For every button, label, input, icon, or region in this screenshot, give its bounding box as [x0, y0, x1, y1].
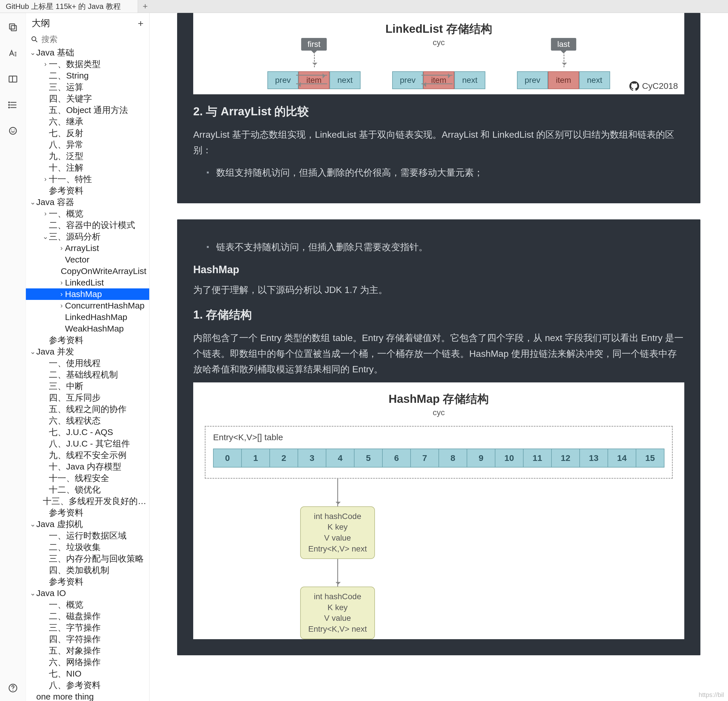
outline-item[interactable]: 六、网络操作: [26, 656, 149, 668]
outline-item[interactable]: 一、运行时数据区域: [26, 530, 149, 541]
outline-item[interactable]: 四、字符操作: [26, 633, 149, 645]
sidebar-search[interactable]: [26, 34, 149, 47]
outline-item[interactable]: ›ArrayList: [26, 242, 149, 254]
paragraph: 内部包含了一个 Entry 类型的数组 table。Entry 存储着键值对。它…: [193, 330, 684, 377]
outline-item[interactable]: 二、String: [26, 70, 149, 81]
ocr-icon[interactable]: [7, 125, 19, 137]
outline-item[interactable]: 七、反射: [26, 127, 149, 139]
ll-link: [422, 71, 452, 89]
outline-item-label: one more thing: [36, 692, 94, 701]
left-rail: [0, 13, 26, 701]
chevron-right-icon: ›: [58, 244, 65, 252]
panel-icon[interactable]: [7, 73, 19, 85]
outline-item[interactable]: ⌄三、源码分析: [26, 231, 149, 242]
outline-item-label: Java 基础: [36, 47, 74, 58]
outline-item[interactable]: 五、Object 通用方法: [26, 104, 149, 116]
outline-item-label: 一、使用线程: [49, 357, 101, 369]
outline-item[interactable]: 十三、多线程开发良好的…: [26, 496, 149, 507]
outline-item[interactable]: one more thing: [26, 691, 149, 701]
outline-item-label: 二、磁盘操作: [49, 610, 101, 622]
outline-item[interactable]: CopyOnWriteArrayList: [26, 265, 149, 277]
outline-item[interactable]: 八、参考资料: [26, 679, 149, 691]
diagram-credit-text: CyC2018: [642, 81, 678, 91]
outline-item[interactable]: 二、容器中的设计模式: [26, 220, 149, 231]
outline-item[interactable]: 十、注解: [26, 162, 149, 173]
search-input[interactable]: [41, 35, 144, 44]
outline-item[interactable]: 九、线程不安全示例: [26, 450, 149, 461]
outline-item[interactable]: Vector: [26, 254, 149, 265]
text-style-icon[interactable]: [7, 48, 19, 59]
sidebar-add-button[interactable]: +: [138, 18, 143, 29]
outline-item[interactable]: ›ConcurrentHashMap: [26, 300, 149, 311]
outline-item[interactable]: 三、字节操作: [26, 622, 149, 633]
outline-item-label: 五、线程之间的协作: [49, 403, 127, 415]
outline-item[interactable]: 三、中断: [26, 380, 149, 392]
hashmap-diagram: HashMap 存储结构 cyc Entry<K,V>[] table 0123…: [193, 382, 684, 639]
outline-item-label: 五、Object 通用方法: [49, 104, 128, 116]
bucket-cell: 9: [467, 448, 495, 468]
linkedlist-diagram: LinkedList 存储结构 cyc first prev item next…: [193, 13, 684, 94]
help-icon[interactable]: [7, 682, 19, 694]
outline-item[interactable]: 六、线程状态: [26, 415, 149, 426]
outline-item-label: 参考资料: [49, 334, 83, 346]
bucket-cell: 0: [213, 448, 242, 468]
outline-item[interactable]: ›HashMap: [26, 288, 149, 300]
outline-item-label: WeakHashMap: [65, 324, 124, 334]
outline-item[interactable]: 三、运算: [26, 81, 149, 93]
outline-item[interactable]: 八、异常: [26, 139, 149, 150]
outline-item[interactable]: LinkedHashMap: [26, 311, 149, 323]
outline-item[interactable]: 四、类加载机制: [26, 564, 149, 576]
outline-item[interactable]: 一、使用线程: [26, 357, 149, 369]
outline-item[interactable]: 参考资料: [26, 507, 149, 519]
svg-point-7: [9, 102, 10, 103]
outline-item[interactable]: ›十一、特性: [26, 173, 149, 185]
outline-item[interactable]: ›一、数据类型: [26, 58, 149, 70]
outline-item[interactable]: 十、Java 内存模型: [26, 461, 149, 473]
chevron-right-icon: ›: [42, 210, 49, 218]
outline-item[interactable]: ›LinkedList: [26, 277, 149, 288]
outline-item[interactable]: ⌄Java IO: [26, 587, 149, 599]
outline-item-label: Java 并发: [36, 346, 74, 357]
outline-item[interactable]: ⌄Java 并发: [26, 346, 149, 357]
outline-item[interactable]: 十二、锁优化: [26, 484, 149, 496]
outline-item[interactable]: 九、泛型: [26, 150, 149, 162]
outline-item[interactable]: 五、对象操作: [26, 645, 149, 656]
outline-item[interactable]: 七、J.U.C - AQS: [26, 426, 149, 438]
outline-item[interactable]: 二、磁盘操作: [26, 610, 149, 622]
outline-item[interactable]: ⌄Java 虚拟机: [26, 519, 149, 530]
ll-cell-next: next: [329, 71, 361, 89]
outline-item[interactable]: ›一、概览: [26, 208, 149, 220]
outline-item[interactable]: 四、互斥同步: [26, 392, 149, 403]
outline-item[interactable]: 六、继承: [26, 116, 149, 127]
outline-item-label: 三、运算: [49, 81, 83, 93]
outline-item[interactable]: 参考资料: [26, 334, 149, 346]
outline-item[interactable]: WeakHashMap: [26, 323, 149, 334]
outline-item[interactable]: 二、垃圾收集: [26, 541, 149, 553]
outline-item[interactable]: 参考资料: [26, 576, 149, 587]
new-tab-button[interactable]: +: [138, 0, 152, 13]
list-icon[interactable]: [7, 99, 19, 111]
outline-item[interactable]: 参考资料: [26, 185, 149, 197]
ll-link: [296, 71, 327, 89]
hashmap-entry-node: int hashCodeK keyV valueEntry<K,V> next: [300, 587, 375, 639]
outline-item-label: 八、参考资料: [49, 679, 101, 691]
outline-item-label: 一、概览: [49, 208, 83, 220]
outline-item[interactable]: 十一、线程安全: [26, 473, 149, 484]
outline-item[interactable]: ⌄Java 容器: [26, 197, 149, 208]
outline-tree[interactable]: ⌄Java 基础›一、数据类型二、String三、运算四、关键字五、Object…: [26, 47, 149, 701]
outline-item[interactable]: ⌄Java 基础: [26, 47, 149, 58]
bucket-cell: 7: [410, 448, 439, 468]
outline-item-label: 八、异常: [49, 139, 83, 150]
browser-tab-active[interactable]: GitHub 上标星 115k+ 的 Java 教程: [0, 0, 138, 13]
outline-item-label: 九、泛型: [49, 150, 83, 162]
outline-item[interactable]: 一、概览: [26, 599, 149, 610]
outline-item[interactable]: 四、关键字: [26, 93, 149, 104]
browser-tabbar: GitHub 上标星 115k+ 的 Java 教程 +: [0, 0, 728, 13]
outline-item[interactable]: 五、线程之间的协作: [26, 403, 149, 415]
outline-item[interactable]: 七、NIO: [26, 668, 149, 679]
copy-icon[interactable]: [7, 22, 19, 33]
outline-item[interactable]: 二、基础线程机制: [26, 369, 149, 380]
outline-item[interactable]: 八、J.U.C - 其它组件: [26, 438, 149, 450]
hashmap-link-arrow: [337, 559, 338, 587]
outline-item[interactable]: 三、内存分配与回收策略: [26, 553, 149, 564]
